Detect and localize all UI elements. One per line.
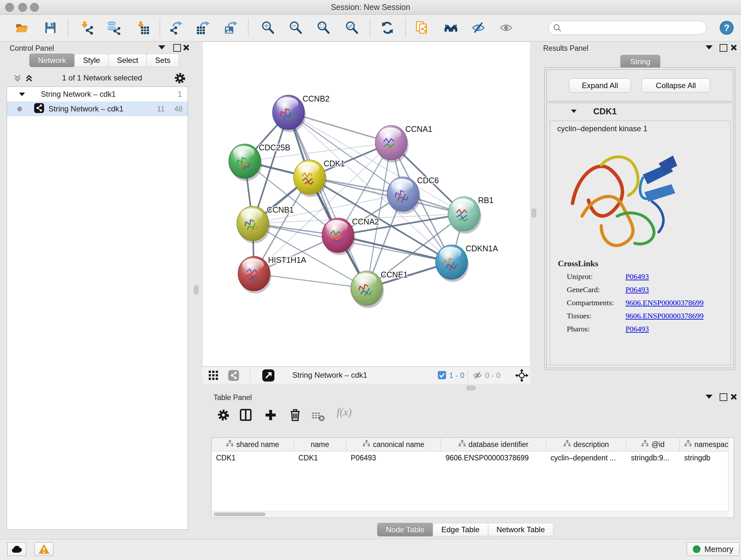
column-header-shared-name[interactable]: shared name [212,438,294,451]
network-graph[interactable]: CCNB2CCNA1CDC25BCDK1CDC6RB1CCNB1CCNA2CDK… [203,42,530,366]
table-cell[interactable]: cyclin–dependent ... [546,454,626,462]
column-header-canonical-name[interactable]: canonical name [346,438,441,451]
horizontal-splitter-handle[interactable] [467,386,475,390]
annotation-share-icon[interactable] [415,21,429,35]
show-columns-icon[interactable] [239,408,253,423]
network-collection-row[interactable]: String Network – cdk1 1 [7,87,188,102]
refresh-icon[interactable] [381,21,394,35]
zoom-in-icon[interactable] [261,21,275,35]
open-in-window-icon[interactable] [262,369,274,383]
control-panel-close-icon[interactable] [183,44,190,51]
tab-network[interactable]: Network [29,54,75,67]
function-builder-icon[interactable]: f(x) [337,406,352,418]
zoom-fit-icon[interactable] [317,21,331,35]
node-CCNB2[interactable]: CCNB2 [273,94,330,132]
save-session-icon[interactable] [44,21,57,35]
help-icon[interactable]: ? [719,20,733,34]
results-panel-collapse-icon[interactable] [705,45,713,50]
table-gear-icon[interactable] [216,408,230,423]
results-panel-close-icon[interactable] [730,44,737,51]
delete-column-icon[interactable] [288,408,302,423]
cloud-button[interactable] [7,543,26,556]
table-cell[interactable]: stringdb [680,454,734,462]
tab-select[interactable]: Select [108,54,147,67]
crosslink-uniprot[interactable]: P06493 [625,272,649,281]
warning-button[interactable] [35,543,53,556]
crosslink-tissues[interactable]: 9606.ENSP00000378699 [625,312,704,320]
selected-checkbox-icon[interactable] [438,371,446,381]
toolbar-separator [68,18,68,37]
scrollbar-thumb[interactable] [214,512,266,516]
delete-table-icon[interactable] [311,409,325,425]
column-header-namespace[interactable]: namespace [680,438,734,451]
gene-expander-icon[interactable] [571,110,577,113]
control-panel-collapse-icon[interactable] [158,45,165,50]
collapse-all-chevron-icon[interactable] [12,73,23,85]
node-CCNA1[interactable]: CCNA1 [375,125,432,163]
tab-edge-table[interactable]: Edge Table [433,523,488,537]
open-session-icon[interactable] [15,21,29,35]
expand-all-button[interactable]: Expand All [569,78,631,92]
search-field[interactable] [548,21,706,35]
import-network-icon[interactable] [79,21,93,35]
network-canvas[interactable]: CCNB2CCNA1CDC25BCDK1CDC6RB1CCNB1CCNA2CDK… [202,42,530,367]
memory-button[interactable]: Memory [687,543,739,556]
node-HIST1H1A[interactable]: HIST1H1A [238,255,307,294]
network-row[interactable]: String Network – cdk1 11 48 [7,102,188,116]
column-header-description[interactable]: description [546,438,626,451]
node-CDKN1A[interactable]: CDKN1A [435,244,498,282]
node-CCNA2[interactable]: CCNA2 [322,217,379,255]
crosslink-genecard[interactable]: P06493 [625,286,649,294]
table-cell[interactable]: 9606.ENSP00000378699 [441,454,546,462]
table-cell[interactable]: P06493 [346,454,441,462]
table-cell[interactable]: CDK1 [212,454,294,462]
node-CCNB1[interactable]: CCNB1 [237,205,294,243]
import-table-icon[interactable] [136,21,150,35]
birds-eye-icon[interactable] [515,369,529,383]
table-horizontal-scrollbar[interactable] [212,511,729,517]
table-panel-close-icon[interactable] [730,393,737,400]
table-cell[interactable]: stringdb:9... [626,454,680,462]
node-CDC25B[interactable]: CDC25B [229,143,290,181]
node-CCNE1[interactable]: CCNE1 [351,270,408,308]
crosslink-compartments[interactable]: 9606.ENSP00000378699 [625,299,704,307]
network-view-icon[interactable] [228,370,239,382]
grid-view-icon[interactable] [208,370,219,382]
show-eye-icon[interactable] [499,21,513,35]
expand-all-chevron-icon[interactable] [23,73,35,85]
zoom-out-icon[interactable] [289,21,303,35]
collapse-all-button[interactable]: Collapse All [642,78,710,92]
left-splitter-handle[interactable] [194,286,199,294]
gear-icon[interactable] [173,71,187,86]
tree-expander-icon[interactable] [19,92,25,96]
search-input[interactable] [561,23,697,33]
zoom-selected-icon[interactable] [345,21,359,35]
right-splitter-handle[interactable] [532,208,536,217]
export-network-icon[interactable] [169,21,183,35]
tab-sets[interactable]: Sets [146,54,179,67]
table-cell[interactable]: CDK1 [294,454,346,462]
houses-icon[interactable] [444,21,458,35]
table-panel-float-icon[interactable] [720,393,727,401]
crosslink-pharos[interactable]: P06493 [625,325,649,333]
tab-network-table[interactable]: Network Table [488,523,554,537]
node-RB1[interactable]: RB1 [448,196,494,234]
tab-style[interactable]: Style [74,54,109,67]
export-table-icon[interactable] [196,21,210,35]
table-vertical-scrollbar[interactable] [728,438,734,517]
column-header-database-identifier[interactable]: database identifier [441,438,546,451]
column-header-name[interactable]: name [294,438,346,451]
table-panel-collapse-icon[interactable] [705,395,713,399]
node-CDK1[interactable]: CDK1 [293,159,345,197]
column-header-id[interactable]: @id [626,438,680,451]
results-panel-float-icon[interactable] [720,44,727,52]
tab-string[interactable]: String [620,55,660,68]
tab-node-table[interactable]: Node Table [377,523,433,537]
hide-eye-slash-icon[interactable] [471,21,485,35]
hidden-eye-slash-icon[interactable] [473,371,482,381]
table-row[interactable]: CDK1CDK1P064939606.ENSP00000378699cyclin… [212,451,734,464]
add-column-icon[interactable] [264,408,278,423]
export-image-icon[interactable] [224,21,238,35]
control-panel-float-icon[interactable] [173,44,181,52]
import-network-from-database-icon[interactable] [106,21,120,35]
